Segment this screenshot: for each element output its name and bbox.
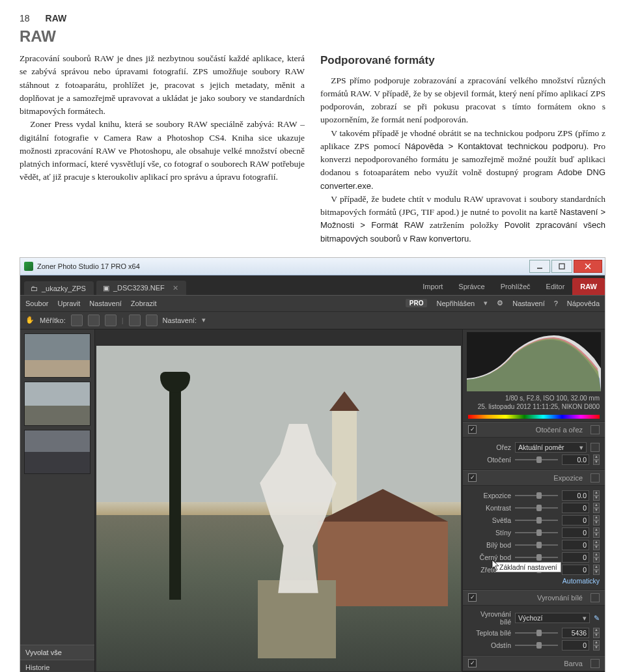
history-header: Historie <box>20 660 94 672</box>
image-icon: ▣ <box>103 284 109 292</box>
black-slider[interactable] <box>515 557 558 558</box>
dropdown-icon[interactable]: ▾ <box>484 299 488 307</box>
right-panel: 1/80 s, F2.8, ISO 100, 32.00 mm 25. list… <box>462 329 605 672</box>
module-viewer[interactable]: Prohlížeč <box>493 278 538 295</box>
crop-ratio-label: Ořez <box>468 443 511 451</box>
gear-icon[interactable]: ⚙ <box>497 299 503 307</box>
svg-rect-1 <box>559 264 564 269</box>
wb-tint-slider[interactable] <box>515 645 558 646</box>
thumbnail[interactable] <box>24 430 90 474</box>
app-icon <box>24 262 33 271</box>
panel-wb-header[interactable]: ✓ Vyrovnání bílé <box>463 590 605 606</box>
spin-up-icon[interactable]: ▲ <box>593 455 600 460</box>
help-icon[interactable]: ? <box>554 300 558 307</box>
right-col-p3: V případě, že budete chtít v modulu RAW … <box>320 193 605 245</box>
file-tab[interactable]: ▣ _DSC3239.NEF ✕ <box>96 281 186 295</box>
help-link[interactable]: Nápověda <box>567 300 600 307</box>
pro-badge: PRO <box>406 299 428 307</box>
hand-tool-icon[interactable]: ✋ <box>25 316 35 324</box>
menu-settings[interactable]: Nastavení <box>89 300 122 307</box>
clarity-value[interactable]: 0 <box>562 565 589 575</box>
window-close-button[interactable] <box>574 260 602 273</box>
checkbox-icon[interactable]: ✓ <box>468 593 477 602</box>
wb-temp-value[interactable]: 5436 <box>562 628 589 638</box>
chapter-title: RAW <box>20 27 605 46</box>
fit-icon[interactable] <box>71 315 83 326</box>
rotation-slider[interactable] <box>515 459 558 460</box>
contrast-value[interactable]: 0 <box>562 503 589 513</box>
checkbox-icon[interactable]: ✓ <box>468 473 477 482</box>
white-slider[interactable] <box>515 544 558 546</box>
window-maximize-button[interactable] <box>551 260 572 273</box>
shadows-value[interactable]: 0 <box>562 527 589 538</box>
page-header-title: RAW <box>46 13 67 23</box>
panel-exposure-header[interactable]: ✓ Expozice <box>463 470 605 486</box>
menu-view[interactable]: Zobrazit <box>131 300 157 307</box>
right-col-p1: ZPS přímo podporuje zobrazování a zpraco… <box>320 74 605 127</box>
onetoone-icon[interactable] <box>88 315 100 326</box>
login-status[interactable]: Nepřihlášen <box>436 300 475 307</box>
window-minimize-button[interactable] <box>529 260 550 273</box>
left-col-p1: Zpracování souborů RAW je dnes již nezby… <box>20 52 305 118</box>
window-titlebar: Zoner Photo Studio 17 PRO x64 <box>20 258 605 275</box>
white-value[interactable]: 0 <box>562 540 589 550</box>
module-import[interactable]: Import <box>415 278 451 295</box>
exif-info: 1/80 s, F2.8, ISO 100, 32.00 mm 25. list… <box>463 393 605 415</box>
menu-file[interactable]: Soubor <box>25 300 48 307</box>
spin-down-icon[interactable]: ▼ <box>593 460 600 465</box>
left-col-p2: Zoner Press vydal knihu, která se soubor… <box>20 118 305 184</box>
wb-tint-value[interactable]: 0 <box>562 640 589 651</box>
photo-preview <box>96 346 461 671</box>
scale-label: Měřítko: <box>40 316 66 324</box>
right-col-p2: V takovém případě je vhodné obrátit se n… <box>320 127 605 193</box>
module-raw[interactable]: RAW <box>572 278 605 295</box>
menu-bar: Soubor Upravit Nastavení Zobrazit PRO Ne… <box>20 295 605 312</box>
settings-link[interactable]: Nastavení <box>512 300 545 307</box>
crop-ratio-select[interactable]: Aktuální poměr▾ <box>515 442 587 453</box>
reset-icon[interactable] <box>590 659 600 668</box>
reset-icon[interactable] <box>590 425 600 434</box>
compare-icon[interactable] <box>129 315 141 326</box>
develop-all-button[interactable]: Vyvolat vše <box>20 645 94 660</box>
panel-color-header[interactable]: ✓ Barva <box>463 656 605 671</box>
section-tabs-icon[interactable] <box>468 415 600 419</box>
checkbox-icon[interactable]: ✓ <box>468 659 477 667</box>
folder-icon: 🗀 <box>31 285 38 292</box>
panel-crop-header[interactable]: ✓ Otočení a ořez <box>463 422 605 438</box>
wb-preset-select[interactable]: Výchozí▾ <box>515 613 590 623</box>
window-title: Zoner Photo Studio 17 PRO x64 <box>37 262 140 270</box>
eyedropper-icon[interactable]: ✎ <box>594 614 600 622</box>
menu-edit[interactable]: Upravit <box>57 300 80 307</box>
section-title: Podporované formáty <box>320 52 605 69</box>
crop-tool-icon[interactable] <box>590 443 600 452</box>
rotation-label: Otočení <box>468 456 511 464</box>
highlights-value[interactable]: 0 <box>562 515 589 525</box>
app-screenshot: Zoner Photo Studio 17 PRO x64 🗀 _ukazky_… <box>20 257 605 672</box>
checkbox-icon[interactable]: ✓ <box>468 425 477 434</box>
exposure-slider[interactable] <box>515 495 558 496</box>
preview-area[interactable] <box>95 329 462 672</box>
shadows-slider[interactable] <box>515 532 558 533</box>
left-column: Zpracování souborů RAW je dnes již nezby… <box>20 52 305 245</box>
module-manager[interactable]: Správce <box>451 278 492 295</box>
folder-tab[interactable]: 🗀 _ukazky_ZPS <box>24 281 94 295</box>
reset-icon[interactable] <box>590 473 600 483</box>
highlights-slider[interactable] <box>515 520 558 521</box>
contrast-slider[interactable] <box>515 507 558 509</box>
rotation-value[interactable]: 0.0 <box>562 455 589 465</box>
split-icon[interactable] <box>146 315 158 326</box>
toolbar: ✋ Měřítko: | Nastavení: ▾ <box>20 312 605 329</box>
exposure-value[interactable]: 0.0 <box>562 490 589 501</box>
thumbnail[interactable] <box>24 382 90 426</box>
thumbnail[interactable] <box>24 333 90 378</box>
zoom-lock-icon[interactable] <box>105 315 117 326</box>
module-editor[interactable]: Editor <box>538 278 573 295</box>
reset-icon[interactable] <box>590 593 600 602</box>
wb-temp-slider[interactable] <box>515 632 558 634</box>
close-tab-icon[interactable]: ✕ <box>173 284 178 292</box>
dropdown-icon[interactable]: ▾ <box>202 316 206 324</box>
black-value[interactable]: 0 <box>562 552 589 563</box>
page-number: 18 <box>20 13 30 23</box>
right-column: Podporované formáty ZPS přímo podporuje … <box>320 52 605 245</box>
auto-exposure-button[interactable]: Automaticky <box>562 577 600 585</box>
